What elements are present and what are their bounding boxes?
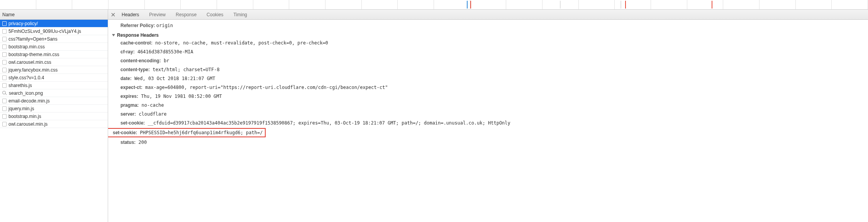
file-icon xyxy=(2,106,7,111)
header-name: content-encoding: xyxy=(120,58,161,63)
tab-response[interactable]: Response xyxy=(171,10,201,20)
timeline-cell xyxy=(181,0,217,9)
header-name: pragma: xyxy=(120,102,139,108)
request-row[interactable]: 5FmhiOzSLvvd_909IUu-cVLjaY4.js xyxy=(0,27,108,35)
header-value: max-age=604800, report-uri="https://repo… xyxy=(142,85,388,90)
timeline-cell xyxy=(579,0,615,9)
request-name: bootstrap.min.js xyxy=(8,114,41,119)
headers-content[interactable]: Referrer Policy: origin Response Headers… xyxy=(108,20,868,222)
tab-timing[interactable]: Timing xyxy=(229,10,251,20)
timeline-mark xyxy=(625,1,626,9)
request-name: 5FmhiOzSLvvd_909IUu-cVLjaY4.js xyxy=(8,29,81,34)
timeline-cell xyxy=(0,0,36,9)
header-value: __cfduid=d39917cba20143a404ac35b2e919791… xyxy=(145,120,510,126)
request-row[interactable]: jquery.min.js xyxy=(0,105,108,113)
header-value: cloudflare xyxy=(136,111,166,117)
timeline-mark xyxy=(560,1,561,9)
header-name: date: xyxy=(120,76,132,81)
file-icon xyxy=(2,52,7,57)
request-row[interactable]: owl.carousel.min.js xyxy=(0,120,108,128)
header-row: cf-ray: 46416d387d85530e-MIA xyxy=(112,48,864,56)
header-row: expires: Thu, 19 Nov 1981 08:52:00 GMT xyxy=(112,92,864,101)
header-row: content-type: text/html; charset=UTF-8 xyxy=(112,65,864,74)
file-icon xyxy=(2,37,7,41)
header-value: Wed, 03 Oct 2018 18:21:07 GMT xyxy=(132,76,215,81)
timeline-cell xyxy=(108,0,145,9)
header-name: expires: xyxy=(120,94,138,99)
file-icon xyxy=(2,60,7,65)
header-row: content-encoding: br xyxy=(112,56,864,65)
request-name: style.css?v=1.0.4 xyxy=(8,75,44,80)
timeline-cell xyxy=(326,0,362,9)
request-row[interactable]: bootstrap-theme.min.css xyxy=(0,51,108,58)
request-row[interactable]: search_icon.png xyxy=(0,89,108,97)
request-row[interactable]: owl.carousel.min.css xyxy=(0,58,108,66)
header-value: no-store, no-cache, must-revalidate, pos… xyxy=(153,40,328,46)
request-row[interactable]: style.css?v=1.0.4 xyxy=(0,74,108,82)
request-name: owl.carousel.min.js xyxy=(8,121,47,127)
request-row[interactable]: css?family=Open+Sans xyxy=(0,35,108,43)
request-name: owl.carousel.min.css xyxy=(8,60,51,65)
header-name: server: xyxy=(120,111,136,117)
timeline-mark xyxy=(620,1,621,9)
header-name: expect-ct: xyxy=(120,85,142,90)
file-icon xyxy=(2,21,7,26)
request-row[interactable]: privacy-policy/ xyxy=(0,20,108,27)
column-label: Name xyxy=(2,12,15,17)
request-row[interactable]: email-decode.min.js xyxy=(0,97,108,105)
timeline-cell xyxy=(217,0,253,9)
timeline-cell xyxy=(687,0,724,9)
request-row[interactable]: sharethis.js xyxy=(0,82,108,89)
chevron-down-icon xyxy=(112,34,115,36)
request-name: bootstrap.min.css xyxy=(8,44,45,50)
header-row: date: Wed, 03 Oct 2018 18:21:07 GMT xyxy=(112,74,864,83)
file-icon xyxy=(2,99,7,103)
request-name: search_icon.png xyxy=(9,91,43,96)
request-list[interactable]: privacy-policy/5FmhiOzSLvvd_909IUu-cVLja… xyxy=(0,20,108,222)
timeline-cell xyxy=(145,0,181,9)
timeline-cell xyxy=(723,0,760,9)
request-row[interactable]: jquery.fancybox.min.css xyxy=(0,66,108,74)
header-name: status: xyxy=(120,140,136,145)
timeline-mark xyxy=(470,1,471,9)
file-icon xyxy=(2,75,7,80)
file-icon xyxy=(2,29,7,34)
timeline-mark xyxy=(712,1,712,9)
header-row: pragma: no-cache xyxy=(112,101,864,110)
request-row[interactable]: bootstrap.min.css xyxy=(0,43,108,51)
header-value: no-cache xyxy=(139,102,164,108)
timeline-cell xyxy=(651,0,687,9)
header-value: PHPSESSID=he5hj6drfq6uanp1im4rfkugd6; pa… xyxy=(137,130,263,135)
header-name: Referrer Policy: xyxy=(120,23,155,28)
tab-headers[interactable]: Headers xyxy=(117,10,143,20)
timeline-cell xyxy=(72,0,108,9)
header-value: text/html; charset=UTF-8 xyxy=(150,67,220,72)
file-icon xyxy=(2,44,7,49)
close-icon[interactable] xyxy=(110,12,116,17)
section-toggle[interactable]: Response Headers xyxy=(112,32,864,39)
header-row: server: cloudflare xyxy=(112,110,864,119)
header-value: 200 xyxy=(136,140,147,145)
timeline-cell xyxy=(434,0,470,9)
section-title-text: Response Headers xyxy=(117,32,159,38)
timeline-cell xyxy=(36,0,73,9)
file-icon xyxy=(2,83,7,88)
request-row[interactable]: bootstrap.min.js xyxy=(0,113,108,120)
timeline-cell xyxy=(289,0,326,9)
header-row: status: 200 xyxy=(112,138,864,147)
request-name: bootstrap-theme.min.css xyxy=(8,52,59,57)
name-column-header[interactable]: Name xyxy=(0,10,108,20)
tab-cookies[interactable]: Cookies xyxy=(202,10,227,20)
request-name: privacy-policy/ xyxy=(8,21,38,26)
header-value: br xyxy=(161,58,170,63)
network-timeline[interactable] xyxy=(0,0,868,10)
request-name: email-decode.min.js xyxy=(8,98,50,104)
header-name: cache-control: xyxy=(120,40,153,46)
details-tabs: Headers Preview Response Cookies Timing xyxy=(108,10,868,20)
timeline-cell xyxy=(470,0,507,9)
tab-preview[interactable]: Preview xyxy=(145,10,170,20)
header-row: expect-ct: max-age=604800, report-uri="h… xyxy=(112,83,864,92)
header-name: set-cookie: xyxy=(120,120,145,126)
timeline-cell xyxy=(506,0,542,9)
timeline-mark xyxy=(467,1,468,9)
